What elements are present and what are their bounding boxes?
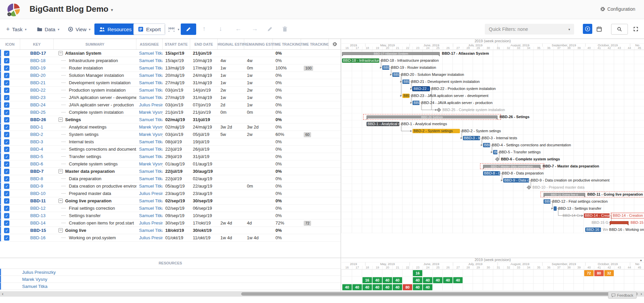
row-checkbox[interactable]: ✓ <box>4 102 9 108</box>
gantt-bar-BBD-16[interactable]: BBD-16 - Working on prod.system <box>585 228 601 232</box>
gantt-bar-BBD-13[interactable] <box>554 206 557 211</box>
collapse-icon[interactable] <box>58 117 63 122</box>
allocation-cell[interactable]: 40 <box>443 277 453 283</box>
gantt-bar-BBD-22[interactable]: BBD-22 - Production system instalation <box>413 87 430 91</box>
gantt-bar-BBD-23[interactable]: BBD-23 - JAVA aplication server - develo… <box>402 94 410 98</box>
row-checkbox[interactable]: ✓ <box>4 51 9 56</box>
column-header[interactable]: TIME TRACKING <box>273 39 301 49</box>
move-down-button[interactable]: ↓ <box>219 25 222 33</box>
issue-key[interactable]: BBD-8 <box>20 175 54 182</box>
gantt-bar-BBD-19[interactable]: BBD-19 - Router instalation <box>382 65 389 70</box>
row-checkbox[interactable]: ✓ <box>4 110 9 115</box>
row-checkbox[interactable]: ✓ <box>4 65 9 71</box>
collapse-icon[interactable] <box>58 169 63 173</box>
issue-key[interactable]: BBD-22 <box>20 87 54 94</box>
gantt-bar-BBD-2[interactable]: BBD-2 - System setings <box>413 129 460 133</box>
export-button[interactable]: Export <box>133 23 165 35</box>
allocation-cell[interactable]: 40 <box>362 284 372 290</box>
allocation-cell[interactable]: 40 <box>423 284 432 290</box>
issue-key[interactable]: BBD-7 <box>20 168 54 175</box>
column-header[interactable]: ASSIGNEE <box>136 39 163 49</box>
issue-key[interactable]: BBD-1 <box>20 123 54 131</box>
scroll-up-icon[interactable]: ▲ <box>640 259 642 262</box>
calendar-button[interactable] <box>594 24 604 34</box>
gantt-bar-BBD-1[interactable]: BBD-1 - Analytical meetings <box>367 122 399 126</box>
gantt-milestone-BBD-10[interactable] <box>527 185 531 190</box>
allocation-cell[interactable]: 32 <box>604 270 614 276</box>
issue-key[interactable]: BBD-21 <box>20 79 54 86</box>
allocation-cell[interactable]: 80 <box>594 270 604 276</box>
row-checkbox[interactable]: ✓ <box>4 198 9 204</box>
row-checkbox[interactable]: ✓ <box>4 169 9 174</box>
allocation-cell[interactable]: 40 <box>383 277 392 283</box>
issue-key[interactable]: BBD-2 <box>20 131 54 138</box>
allocation-cell[interactable]: 40 <box>342 284 352 290</box>
horizontal-scrollbar[interactable]: ‹ › <box>0 291 644 297</box>
issue-key[interactable]: BBD-10 <box>20 190 54 197</box>
allocation-cell[interactable]: 40 <box>373 277 382 283</box>
row-checkbox[interactable]: ✓ <box>4 147 9 152</box>
row-checkbox[interactable]: ✓ <box>4 132 9 137</box>
gantt-bar-BBD-24[interactable]: BBD-24 - JAVA aplicatin server - product… <box>413 101 420 105</box>
configuration-button[interactable]: Configuration <box>600 6 635 12</box>
quick-filters-dropdown[interactable]: Quick Filters: none ▾ <box>485 24 574 35</box>
issue-key[interactable]: BBD-3 <box>20 138 54 145</box>
gantt-milestone-BBD-6[interactable] <box>495 157 500 161</box>
row-checkbox[interactable]: ✓ <box>4 80 9 86</box>
row-checkbox[interactable]: ✓ <box>4 176 9 182</box>
row-checkbox[interactable]: ✓ <box>4 95 9 100</box>
row-checkbox[interactable]: ✓ <box>4 206 9 211</box>
gantt-bar-BBD-20[interactable]: BBD-20 - Solution Manager instalation <box>392 72 399 77</box>
delete-task-button[interactable] <box>282 26 288 32</box>
gantt-milestone-BBD-25[interactable] <box>437 108 441 112</box>
gantt-bar-BBD-8[interactable]: BBD-8 - Data preparation <box>483 171 500 175</box>
resource-name[interactable]: Samuel Titka <box>0 283 341 290</box>
gantt-bar-BBD-4[interactable]: BBD-4 - Settings corrections and documen… <box>483 143 490 147</box>
issue-key[interactable]: BBD-23 <box>20 94 54 101</box>
timeline-zoom-button[interactable]: ▾ <box>168 19 179 39</box>
view-menu-button[interactable]: View ▾ <box>68 19 90 39</box>
gantt-summary-bar-BBD-15[interactable] <box>610 221 629 224</box>
column-header[interactable]: END DATE <box>190 39 218 49</box>
allocation-cell[interactable]: 16 <box>413 270 422 276</box>
allocation-cell[interactable]: 40 <box>453 277 463 283</box>
issue-key[interactable]: BBD-24 <box>20 101 54 108</box>
gantt-bar-BBD-3[interactable]: BBD-3 - Internal tests <box>463 136 480 140</box>
gantt-bar-BBD-21[interactable]: BBD-21 - Development system instalation <box>402 80 410 84</box>
issue-key[interactable]: BBD-14 <box>20 219 54 226</box>
allocation-cell[interactable]: 72 <box>584 270 594 276</box>
collapse-icon[interactable] <box>58 51 63 55</box>
row-checkbox[interactable]: ✓ <box>4 220 9 226</box>
row-checkbox[interactable]: ✓ <box>4 58 9 63</box>
feedback-button[interactable]: Feedback <box>608 292 637 299</box>
allocation-cell[interactable]: 40 <box>413 284 422 290</box>
collapse-icon[interactable] <box>58 228 63 233</box>
issue-key[interactable]: BBD-6 <box>20 160 54 167</box>
column-header[interactable]: ICON <box>0 39 20 49</box>
move-up-button[interactable]: ↑ <box>203 25 206 33</box>
resources-button[interactable]: Resources <box>94 23 136 35</box>
row-checkbox[interactable]: ✓ <box>4 154 9 159</box>
title-dropdown-caret[interactable]: ▾ <box>111 7 113 12</box>
row-checkbox[interactable]: ✓ <box>4 191 9 196</box>
row-checkbox[interactable]: ✓ <box>4 117 9 122</box>
issue-key[interactable]: BBD-11 <box>20 197 54 204</box>
column-header[interactable]: START DATE <box>163 39 190 49</box>
row-checkbox[interactable]: ✓ <box>4 88 9 93</box>
issue-key[interactable]: BBD-18 <box>20 57 54 64</box>
row-checkbox[interactable]: ✓ <box>4 124 9 130</box>
issue-key[interactable]: BBD-15 <box>20 227 54 234</box>
issue-key[interactable]: BBD-20 <box>20 72 54 79</box>
issue-key[interactable]: BBD-4 <box>20 146 54 153</box>
row-checkbox[interactable]: ✓ <box>4 213 9 218</box>
issue-key[interactable]: BBD-16 <box>20 234 54 241</box>
allocation-cell[interactable]: 40 <box>393 284 402 290</box>
edit-mode-button[interactable] <box>181 23 196 35</box>
column-header[interactable]: KEY <box>20 39 54 49</box>
row-checkbox[interactable]: ✓ <box>4 228 9 233</box>
data-menu-button[interactable]: Data ▾ <box>37 19 59 39</box>
issue-key[interactable]: BBD-17 <box>20 50 54 57</box>
scrollbar-thumb[interactable] <box>241 292 638 296</box>
gantt-bar-BBD-14[interactable]: BBD-14 - Creation open items for prod.st… <box>584 213 610 218</box>
issue-key[interactable]: BBD-9 <box>20 183 54 190</box>
